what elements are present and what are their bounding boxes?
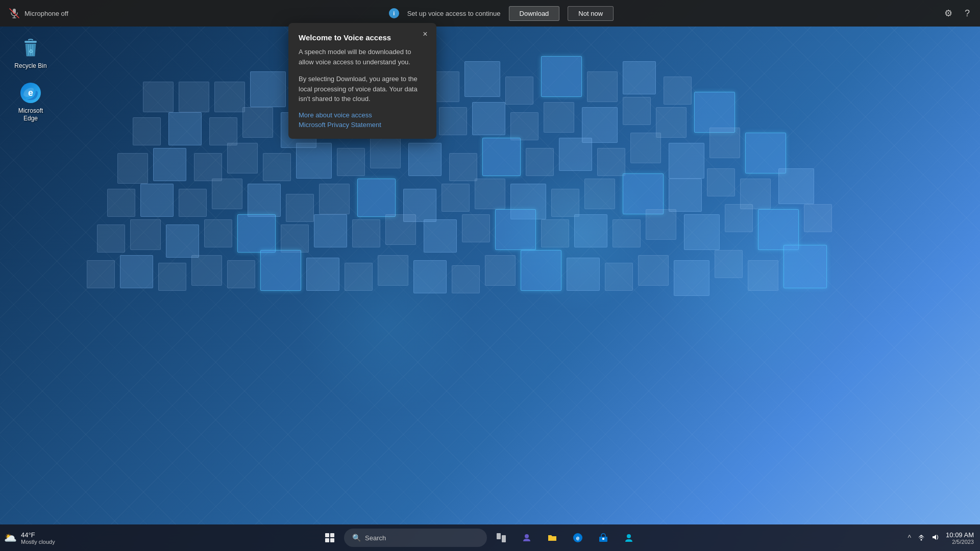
- recycle-bin-image: ♻: [18, 36, 43, 60]
- svg-point-22: [627, 534, 631, 538]
- file-explorer-button[interactable]: [541, 527, 564, 549]
- weather-icon: 🌥️: [4, 532, 17, 544]
- voice-access-bar: Microphone off i Set up voice access to …: [0, 0, 980, 27]
- dialog-text-1: A speech model will be downloaded to all…: [299, 48, 411, 66]
- recycle-bin-icon-item[interactable]: ♻ Recycle Bin: [10, 36, 51, 70]
- svg-point-23: [921, 539, 922, 540]
- system-tray: ^: [905, 531, 942, 545]
- svg-rect-12: [330, 533, 334, 537]
- recycle-bin-label: Recycle Bin: [14, 62, 46, 70]
- mic-status-section: Microphone off: [8, 7, 68, 19]
- dialog-text-2: By selecting Download, you agree to the …: [299, 75, 418, 103]
- dialog-title: Welcome to Voice access: [299, 33, 426, 42]
- network-icon[interactable]: [915, 531, 927, 545]
- teams-button[interactable]: [516, 527, 538, 549]
- weather-widget[interactable]: 🌥️ 44°F Mostly cloudy: [0, 529, 59, 547]
- edge-icon-item[interactable]: e Microsoft Edge: [10, 81, 51, 123]
- microsoft-store-button[interactable]: [592, 527, 615, 549]
- search-label: Search: [365, 534, 386, 542]
- wallpaper-art: [41, 31, 980, 520]
- taskbar-edge-button[interactable]: e: [567, 527, 589, 549]
- info-icon: i: [389, 8, 399, 18]
- weather-text: 44°F Mostly cloudy: [21, 531, 55, 545]
- search-icon: 🔍: [352, 534, 361, 542]
- dialog-body: A speech model will be downloaded to all…: [299, 47, 426, 67]
- mic-off-icon: [8, 7, 20, 19]
- dialog-links: More about voice access Microsoft Privac…: [299, 111, 426, 129]
- svg-rect-16: [502, 535, 506, 542]
- taskbar-right: ^ 10:09 AM 2/5/2023: [899, 531, 980, 545]
- more-about-voice-access-link[interactable]: More about voice access: [299, 111, 426, 119]
- help-icon-button[interactable]: ?: [963, 6, 972, 21]
- taskbar-center: 🔍 Search e: [59, 527, 900, 549]
- mic-off-label: Microphone off: [24, 10, 68, 17]
- time-display: 10:09 AM: [946, 531, 974, 539]
- not-now-button[interactable]: Not now: [568, 6, 614, 21]
- start-button[interactable]: [318, 527, 341, 549]
- voice-bar-right: ⚙ ?: [942, 6, 972, 21]
- task-view-button[interactable]: [490, 527, 512, 549]
- svg-text:e: e: [576, 535, 580, 542]
- svg-rect-21: [602, 538, 604, 540]
- tray-chevron-up[interactable]: ^: [905, 532, 913, 544]
- svg-rect-4: [24, 41, 37, 43]
- svg-text:♻: ♻: [29, 48, 33, 54]
- dialog-body-2: By selecting Download, you agree to the …: [299, 74, 426, 104]
- search-box[interactable]: 🔍 Search: [344, 529, 487, 547]
- download-button[interactable]: Download: [509, 6, 560, 21]
- datetime-display[interactable]: 10:09 AM 2/5/2023: [946, 531, 974, 545]
- dialog-close-button[interactable]: ×: [419, 28, 431, 40]
- edge-icon-image: e: [18, 81, 43, 105]
- date-display: 2/5/2023: [952, 539, 974, 545]
- welcome-dialog: × Welcome to Voice access A speech model…: [288, 23, 436, 139]
- weather-temp: 44°F: [21, 531, 55, 539]
- people-button[interactable]: [618, 527, 640, 549]
- svg-rect-14: [330, 538, 334, 542]
- setup-text: Set up voice access to continue: [407, 10, 501, 17]
- privacy-statement-link[interactable]: Microsoft Privacy Statement: [299, 121, 426, 129]
- settings-icon-button[interactable]: ⚙: [942, 6, 954, 21]
- desktop-wallpaper: [0, 0, 980, 551]
- volume-icon[interactable]: [929, 531, 942, 545]
- svg-rect-13: [325, 538, 329, 542]
- svg-text:e: e: [28, 88, 33, 98]
- svg-rect-15: [497, 533, 501, 539]
- taskbar: 🌥️ 44°F Mostly cloudy 🔍 Search: [0, 524, 980, 551]
- voice-bar-center: i Set up voice access to continue Downlo…: [68, 6, 934, 21]
- desktop-icons-container: ♻ Recycle Bin e Microsoft Edge: [10, 36, 51, 123]
- edge-label: Microsoft Edge: [10, 107, 51, 123]
- weather-condition: Mostly cloudy: [21, 539, 55, 545]
- svg-rect-11: [325, 533, 329, 537]
- svg-point-17: [525, 534, 529, 538]
